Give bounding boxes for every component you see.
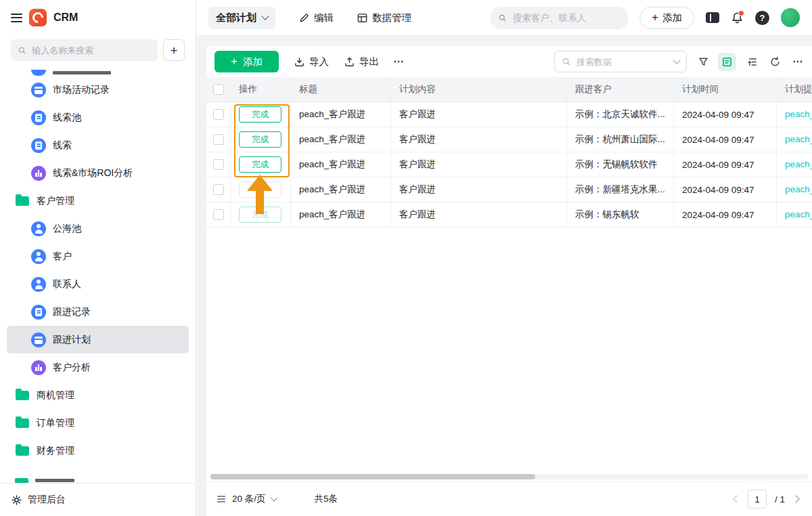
row-checkbox[interactable] — [213, 209, 224, 220]
admin-backend-button[interactable]: 管理后台 — [0, 483, 196, 516]
next-page-button[interactable] — [792, 495, 799, 502]
row-checkbox[interactable] — [213, 184, 224, 195]
column-header[interactable]: 操作 — [231, 77, 291, 102]
sidebar-item-label: 商机管理 — [37, 389, 74, 402]
collapse-menu-icon[interactable] — [11, 14, 22, 22]
sidebar-item-label: 客户分析 — [53, 362, 91, 374]
more-view-options-button[interactable] — [792, 56, 804, 68]
filter-button[interactable] — [698, 56, 709, 68]
view-selector-dropdown[interactable]: 全部计划 — [208, 7, 275, 29]
select-all-checkbox[interactable] — [213, 84, 224, 95]
complete-button[interactable]: 完成 — [239, 156, 281, 173]
add-record-button[interactable]: + 添加 — [215, 51, 279, 72]
person-icon — [31, 249, 46, 264]
previous-page-button[interactable] — [733, 495, 740, 502]
sidebar-item[interactable]: 财务管理 — [7, 437, 189, 465]
person-icon — [31, 277, 46, 292]
sidebar-item[interactable]: 线索&市场ROI分析 — [7, 159, 189, 187]
sidebar-item[interactable]: 客户 — [7, 242, 189, 270]
hierarchy-button[interactable] — [747, 56, 759, 68]
plan-time-cell: 2024-04-09 09:47 — [674, 102, 777, 127]
column-header[interactable]: 计划提醒 — [777, 77, 812, 102]
action-cell: 完成 — [231, 102, 291, 127]
global-search-input[interactable] — [512, 12, 621, 24]
row-checkbox[interactable] — [213, 134, 224, 145]
record-link[interactable]: peach_客户跟进 — [785, 108, 812, 121]
record-link[interactable]: peach_客户跟进 — [785, 184, 812, 196]
sidebar-item[interactable]: 订单管理 — [7, 409, 189, 437]
record-link[interactable]: peach_客户跟进 — [785, 133, 812, 146]
total-count: 共5条 — [315, 493, 338, 505]
page-size-selector[interactable]: 20 条/页 — [216, 493, 277, 505]
customer-cell: 示例：锡东帆软 — [567, 202, 674, 227]
scrollbar-thumb[interactable] — [210, 474, 535, 479]
page-size-label: 20 条/页 — [232, 493, 266, 505]
column-header[interactable]: 标题 — [291, 77, 391, 102]
pagination-bar: 20 条/页 共5条 1 / 1 — [206, 481, 812, 516]
sidebar-item[interactable]: 公海池 — [7, 215, 189, 242]
sidebar-add-button[interactable]: + — [163, 39, 185, 61]
sidebar-item-label: 跟进记录 — [53, 306, 91, 318]
list-icon — [216, 494, 227, 504]
sidebar-item-clipped-bottom[interactable] — [7, 477, 189, 483]
form-view-button[interactable] — [718, 53, 736, 71]
avatar — [781, 8, 800, 27]
edit-button[interactable]: 编辑 — [298, 12, 334, 24]
sidebar-item[interactable]: 商机管理 — [7, 381, 189, 409]
complete-button[interactable]: 完成 — [239, 131, 281, 148]
sidebar-search-input[interactable] — [30, 45, 151, 56]
admin-backend-label: 管理后台 — [28, 494, 66, 506]
data-search[interactable] — [554, 51, 687, 72]
table-row: 完成 peach_客户跟进 客户跟进 示例：杭州萧山国际... 2024-04-… — [206, 127, 812, 152]
plan-link-cell: peach_客户跟进 — [777, 102, 812, 127]
apps-panel-button[interactable] — [706, 12, 719, 23]
column-header[interactable]: 跟进客户 — [567, 77, 674, 102]
complete-button[interactable]: 完成 — [239, 207, 281, 223]
data-search-input[interactable] — [575, 56, 670, 68]
more-actions-button[interactable] — [392, 56, 405, 68]
topbar-add-button[interactable]: + 添加 — [639, 7, 694, 29]
complete-button[interactable]: 完成 — [239, 106, 281, 123]
user-avatar[interactable] — [781, 8, 800, 27]
sidebar-item[interactable]: 线索 — [7, 131, 189, 159]
current-page-input[interactable]: 1 — [748, 490, 767, 509]
record-link[interactable]: peach_客户跟进 — [785, 158, 812, 171]
column-header[interactable]: 计划内容 — [391, 77, 567, 102]
sidebar-item[interactable]: 客户管理 — [7, 187, 189, 215]
ellipsis-icon — [792, 56, 804, 68]
sidebar-item[interactable]: 跟进计划 — [7, 326, 189, 353]
app-logo-icon[interactable] — [29, 9, 47, 26]
sidebar-item-label: 联系人 — [53, 278, 81, 291]
gear-icon — [11, 494, 22, 506]
refresh-button[interactable] — [769, 56, 781, 68]
sidebar-item[interactable]: 联系人 — [7, 270, 189, 298]
global-search[interactable] — [490, 7, 629, 29]
sidebar-item[interactable]: 跟进记录 — [7, 298, 189, 326]
complete-button[interactable]: 完成 — [239, 181, 281, 198]
edit-label: 编辑 — [314, 12, 334, 24]
doc-icon — [31, 138, 46, 153]
sidebar-search[interactable] — [11, 39, 158, 61]
sidebar-item-clipped-top[interactable] — [7, 69, 189, 76]
data-manage-label: 数据管理 — [372, 12, 411, 24]
column-header[interactable]: 计划时间 — [674, 77, 777, 102]
help-button[interactable]: ? — [755, 11, 769, 25]
sidebar-item-label: 市场活动记录 — [53, 84, 110, 96]
sidebar-item[interactable]: 市场活动记录 — [7, 76, 189, 104]
chevron-down-icon — [270, 494, 277, 501]
sidebar-item[interactable]: 线索池 — [7, 104, 189, 131]
record-link[interactable]: peach_客户跟进 — [785, 209, 812, 221]
chart-icon — [31, 166, 46, 181]
customer-cell: 示例：杭州萧山国际... — [567, 127, 674, 152]
notifications-button[interactable] — [731, 12, 744, 24]
sidebar-item-label: 财务管理 — [37, 445, 74, 457]
import-button[interactable]: 导入 — [294, 56, 329, 68]
export-button[interactable]: 导出 — [344, 56, 379, 68]
row-checkbox[interactable] — [213, 109, 224, 120]
customer-cell: 示例：无锡帆软软件 — [567, 152, 674, 177]
row-checkbox[interactable] — [213, 159, 224, 170]
data-table: 操作标题计划内容跟进客户计划时间计划提醒 完成 peach — [206, 77, 812, 472]
folder-icon — [16, 196, 29, 206]
sidebar-item[interactable]: 客户分析 — [7, 353, 189, 381]
data-manage-button[interactable]: 数据管理 — [357, 12, 411, 24]
